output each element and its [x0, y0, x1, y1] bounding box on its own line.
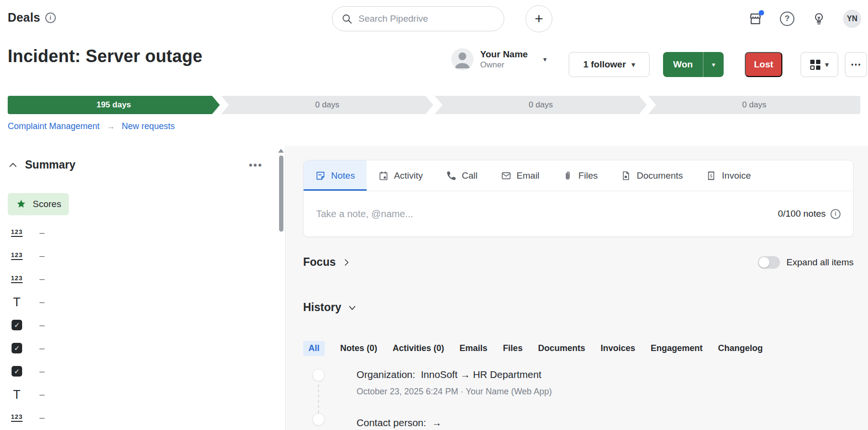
won-dropdown-button[interactable]: ▾ [703, 52, 724, 77]
chevron-down-icon[interactable]: ▾ [543, 55, 547, 63]
followers-label: 1 follower [583, 59, 626, 70]
tab-invoice[interactable]: $ Invoice [694, 160, 762, 191]
summary-field-row[interactable]: ✓ – [9, 313, 201, 337]
followers-button[interactable]: 1 follower ▾ [569, 52, 650, 77]
summary-field-row[interactable]: T – [9, 383, 201, 406]
tab-files[interactable]: Files [551, 160, 609, 191]
lost-button[interactable]: Lost [745, 52, 782, 77]
quick-add-button[interactable]: + [525, 5, 552, 32]
pipeline-stage-bar: 195 days 0 days 0 days 0 days [8, 96, 860, 114]
deal-more-button[interactable]: ⋯ [845, 52, 867, 77]
filter-all[interactable]: All [303, 341, 325, 356]
user-avatar[interactable]: YN [843, 10, 861, 28]
breadcrumb-stage-link[interactable]: New requests [122, 121, 175, 131]
app-section: Deals i [8, 11, 56, 25]
deal-owner[interactable]: Your Name Owner ▾ [451, 48, 547, 70]
chevron-right-icon[interactable] [342, 258, 351, 267]
summary-field-row[interactable]: T – [9, 290, 201, 313]
lightbulb-icon[interactable] [811, 11, 827, 26]
info-icon[interactable]: i [830, 209, 841, 219]
text-field-icon: T [13, 389, 20, 401]
summary-field-row[interactable]: 123 – [9, 267, 201, 290]
star-icon [15, 198, 27, 210]
filter-emails[interactable]: Emails [460, 343, 487, 353]
pipeline-stage[interactable]: 0 days [435, 96, 647, 114]
help-icon[interactable]: ? [779, 11, 795, 26]
deal-title: Incident: Server outage [8, 46, 203, 66]
field-value: – [39, 343, 45, 353]
history-entry[interactable]: Organization: InnoSoft → HR Department O… [357, 369, 552, 397]
expand-all-label: Expand all items [787, 257, 854, 268]
global-search[interactable] [332, 6, 504, 31]
sidebar-scrollbar[interactable] [278, 148, 284, 428]
filter-activities[interactable]: Activities (0) [393, 343, 444, 353]
summary-field-row[interactable]: 123 – [9, 406, 201, 429]
focus-title: Focus [303, 256, 336, 269]
pipeline-stage[interactable]: 195 days [8, 96, 220, 114]
layout-view-button[interactable]: ▾ [801, 52, 838, 77]
scores-badge[interactable]: Scores [8, 193, 69, 215]
search-input[interactable] [358, 13, 495, 24]
numeric-field-icon: 123 [11, 274, 23, 283]
filter-engagement[interactable]: Engagement [651, 343, 702, 353]
field-value: – [39, 366, 45, 377]
breadcrumb-pipeline-link[interactable]: Complaint Management [8, 121, 100, 131]
pipeline-stage[interactable]: 0 days [648, 96, 860, 114]
search-icon [341, 13, 353, 25]
scrollbar-thumb[interactable] [279, 156, 283, 232]
history-entry[interactable]: Contact person: → [357, 417, 442, 429]
chevron-down-icon[interactable] [347, 302, 357, 313]
tab-documents[interactable]: Documents [609, 160, 694, 191]
tab-activity[interactable]: Activity [367, 160, 434, 191]
content-area: Summary ••• Scores 123 – 123 – 123 – T –… [0, 146, 868, 430]
filter-files[interactable]: Files [503, 343, 523, 353]
summary-field-row[interactable]: ✓ – [9, 337, 201, 360]
history-section-header: History [303, 301, 357, 314]
scroll-up-arrow-icon[interactable] [278, 149, 284, 153]
numeric-field-icon: 123 [11, 228, 23, 237]
chevron-up-icon[interactable] [8, 160, 18, 170]
pipeline-stage[interactable]: 0 days [221, 96, 434, 114]
field-value: – [39, 412, 45, 423]
paperclip-icon [562, 170, 573, 181]
summary-field-row[interactable]: 123 – [9, 221, 201, 244]
history-filters: All Notes (0) Activities (0) Emails File… [303, 341, 763, 356]
document-icon [621, 170, 631, 181]
won-button[interactable]: Won [663, 52, 703, 77]
chevron-down-icon: ▾ [825, 61, 829, 68]
marketplace-icon[interactable] [748, 11, 763, 26]
text-field-icon: T [13, 296, 20, 308]
tab-notes[interactable]: Notes [304, 160, 367, 191]
timeline-dot-icon [312, 369, 325, 381]
checkbox-field-icon: ✓ [12, 366, 22, 377]
entry-label: Contact person: [357, 417, 426, 428]
entry-value: InnoSoft → HR Department [421, 369, 542, 380]
note-input[interactable] [316, 208, 768, 220]
summary-field-row[interactable]: ✓ – [9, 360, 201, 383]
filter-invoices[interactable]: Invoices [600, 343, 635, 353]
calendar-icon [378, 170, 389, 181]
won-split-button: Won ▾ [663, 52, 724, 77]
info-icon[interactable]: i [45, 13, 56, 23]
filter-changelog[interactable]: Changelog [718, 343, 763, 353]
expand-all-toggle[interactable] [758, 256, 780, 269]
filter-documents[interactable]: Documents [538, 343, 585, 353]
envelope-icon [501, 170, 511, 181]
field-value: – [39, 320, 45, 330]
arrow-right-icon: → [106, 121, 115, 131]
page-title: Deals [8, 11, 40, 25]
tab-call[interactable]: Call [434, 160, 489, 191]
owner-avatar-icon [451, 48, 473, 70]
summary-more-button[interactable]: ••• [249, 159, 263, 171]
field-value: – [39, 389, 45, 400]
summary-section-title: Summary [25, 158, 76, 171]
entry-label: Organization: [357, 369, 415, 380]
tab-email[interactable]: Email [489, 160, 551, 191]
summary-field-row[interactable]: 123 – [9, 244, 201, 267]
composer-tabs: Notes Activity Call [304, 160, 853, 191]
owner-name: Your Name [480, 49, 528, 60]
notification-dot [759, 10, 764, 15]
field-value: – [39, 274, 45, 284]
summary-sidebar: Summary ••• Scores 123 – 123 – 123 – T –… [0, 146, 286, 430]
filter-notes[interactable]: Notes (0) [340, 343, 377, 353]
